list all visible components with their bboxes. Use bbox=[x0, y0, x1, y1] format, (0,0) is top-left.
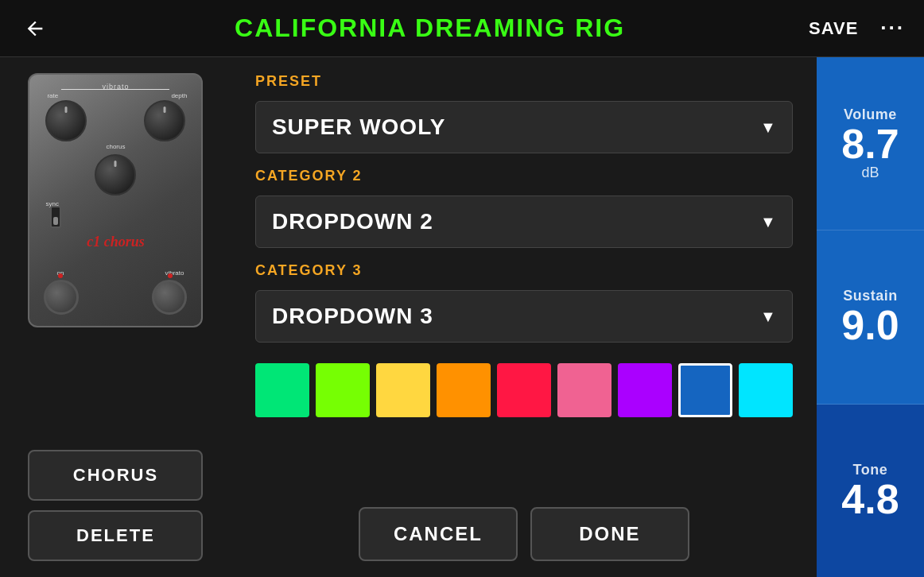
depth-label: depth bbox=[171, 92, 187, 99]
pedal-brand: c1 chorus bbox=[87, 234, 145, 250]
swatch-blue[interactable] bbox=[678, 363, 732, 417]
swatch-green[interactable] bbox=[255, 363, 309, 417]
left-buttons: CHORUS DELETE bbox=[16, 450, 215, 561]
dropdown2[interactable]: DROPDOWN 2 ▼ bbox=[255, 196, 793, 248]
bottom-buttons: CANCEL DONE bbox=[255, 507, 793, 561]
knob-depth bbox=[144, 100, 185, 141]
led-left bbox=[58, 273, 63, 278]
chorus-knob-label: chorus bbox=[106, 143, 125, 150]
swatch-pink[interactable] bbox=[557, 363, 611, 417]
main-content: vibrato rate depth chorus sync c1 chorus… bbox=[0, 57, 924, 577]
left-panel: vibrato rate depth chorus sync c1 chorus… bbox=[0, 57, 231, 577]
save-button[interactable]: SAVE bbox=[809, 18, 858, 39]
center-panel: PRESET SUPER WOOLY ▼ CATEGORY 2 DROPDOWN… bbox=[231, 57, 817, 577]
preset-dropdown[interactable]: SUPER WOOLY ▼ bbox=[255, 101, 793, 153]
preset-value: SUPER WOOLY bbox=[272, 114, 445, 140]
dropdown3-arrow: ▼ bbox=[760, 308, 776, 326]
swatch-orange[interactable] bbox=[437, 363, 491, 417]
volume-metric: Volume 8.7 dB bbox=[817, 57, 924, 230]
category2-label: CATEGORY 2 bbox=[255, 168, 793, 184]
swatch-red[interactable] bbox=[497, 363, 551, 417]
header: CALIFORNIA DREAMING RIG SAVE ··· bbox=[0, 0, 924, 57]
pedal-image: vibrato rate depth chorus sync c1 chorus… bbox=[28, 73, 203, 327]
dropdown3-value: DROPDOWN 3 bbox=[272, 304, 433, 329]
sustain-value: 9.0 bbox=[841, 304, 899, 346]
swatch-cyan[interactable] bbox=[739, 363, 793, 417]
page-title: CALIFORNIA DREAMING RIG bbox=[235, 14, 625, 43]
swatch-lime[interactable] bbox=[316, 363, 370, 417]
dropdown2-value: DROPDOWN 2 bbox=[272, 209, 433, 234]
preset-dropdown-arrow: ▼ bbox=[760, 118, 776, 137]
pedal-toggle-switch bbox=[50, 206, 61, 228]
chorus-button[interactable]: CHORUS bbox=[28, 450, 203, 501]
dropdown3[interactable]: DROPDOWN 3 ▼ bbox=[255, 290, 793, 343]
color-swatches bbox=[255, 363, 793, 417]
header-actions: SAVE ··· bbox=[809, 16, 905, 41]
category3-label: CATEGORY 3 bbox=[255, 262, 793, 279]
delete-button[interactable]: DELETE bbox=[28, 510, 203, 561]
pedal-top-line bbox=[61, 89, 169, 90]
rate-label: rate bbox=[47, 92, 58, 99]
cancel-button[interactable]: CANCEL bbox=[359, 507, 518, 561]
back-icon bbox=[24, 17, 46, 40]
dropdown2-arrow: ▼ bbox=[760, 213, 776, 231]
back-button[interactable] bbox=[19, 13, 51, 45]
preset-label: PRESET bbox=[255, 73, 793, 90]
volume-value: 8.7 bbox=[841, 123, 899, 165]
footswitch-right[interactable] bbox=[152, 280, 187, 315]
knob-rate bbox=[45, 100, 87, 141]
led-right bbox=[168, 273, 173, 278]
footswitch-left[interactable] bbox=[44, 280, 79, 315]
tone-value: 4.8 bbox=[841, 478, 899, 520]
volume-unit: dB bbox=[861, 165, 879, 181]
more-button[interactable]: ··· bbox=[880, 16, 905, 41]
sustain-metric: Sustain 9.0 bbox=[817, 230, 924, 404]
knob-chorus bbox=[95, 154, 136, 196]
done-button[interactable]: DONE bbox=[530, 507, 689, 561]
right-panel: Volume 8.7 dB Sustain 9.0 Tone 4.8 bbox=[817, 57, 924, 577]
tone-metric: Tone 4.8 bbox=[817, 405, 924, 577]
swatch-yellow[interactable] bbox=[376, 363, 430, 417]
swatch-purple[interactable] bbox=[618, 363, 672, 417]
